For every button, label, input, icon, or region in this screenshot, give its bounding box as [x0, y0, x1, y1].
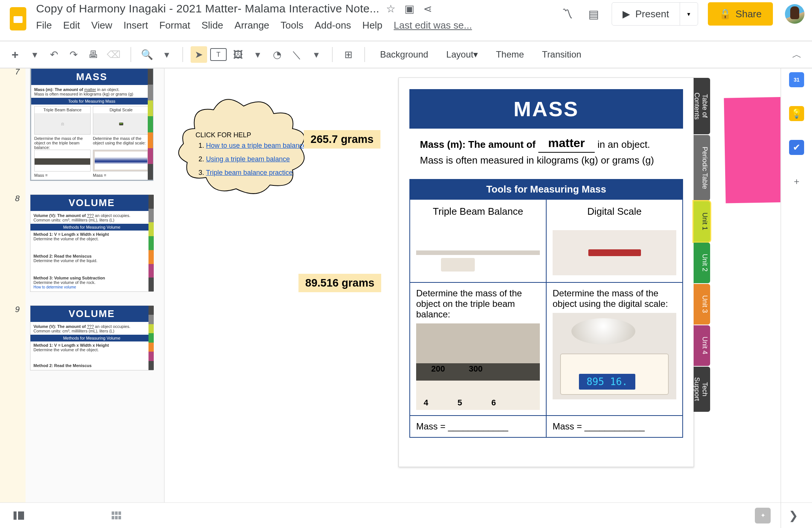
mass-b: Mass = ____________	[547, 415, 682, 437]
help-link-2[interactable]: Using a triple beam balance	[206, 155, 290, 163]
tab-periodic[interactable]: Periodic Table	[694, 135, 710, 200]
calendar-icon[interactable]	[789, 72, 804, 87]
star-icon[interactable]: ☆	[386, 3, 395, 15]
doc-title[interactable]: Copy of Harmony Inagaki - 2021 Matter- M…	[36, 2, 379, 15]
slide-number: 8	[15, 194, 20, 203]
help-header: CLICK FOR HELP	[195, 130, 306, 140]
svg-rect-1	[14, 16, 23, 23]
t: Methods for Measuring Volume	[30, 335, 153, 341]
tab-unit-4[interactable]: Unit 4	[694, 325, 710, 366]
svg-rect-6	[118, 511, 121, 515]
image-tool[interactable]: 🖼	[230, 46, 246, 63]
tasks-icon[interactable]: ✔	[789, 140, 804, 155]
thumb-tabs	[148, 195, 154, 291]
thumb-tabs	[148, 69, 153, 180]
t: Mass =	[93, 173, 149, 178]
line-dropdown[interactable]: ▾	[308, 46, 324, 63]
help-cloud[interactable]: CLICK FOR HELP How to use a triple beam …	[172, 95, 308, 200]
slide-thumb-7[interactable]: 7 MASS Mass (m): The amount of matter in…	[30, 68, 158, 181]
slide-thumb-8[interactable]: 8 VOLUME Volume (V): The amount of ??? a…	[30, 194, 158, 292]
help-link-3[interactable]: Triple beam balance practice	[206, 169, 292, 176]
tab-unit-3[interactable]: Unit 3	[694, 284, 710, 325]
layout-button[interactable]: Layout ▾	[439, 46, 485, 63]
t: Determine the volume of the liquid.	[33, 258, 150, 263]
help-link-1[interactable]: How to use a triple beam balance	[206, 142, 306, 149]
preview-definition: Mass (m): The amount of matter in an obj…	[399, 129, 694, 175]
explore-button[interactable]: ✦	[755, 508, 771, 523]
menu-view[interactable]: View	[91, 20, 112, 31]
menu-insert[interactable]: Insert	[124, 20, 148, 31]
transition-button[interactable]: Transition	[535, 46, 589, 63]
t: Mass (m): The amount of	[420, 139, 538, 150]
mass-a: Mass = ____________	[410, 415, 547, 437]
image-dropdown[interactable]: ▾	[249, 46, 266, 63]
zoom-dropdown[interactable]: ▾	[158, 46, 175, 63]
last-edit-link[interactable]: Last edit was se...	[394, 20, 472, 31]
t: Digital Scale	[93, 106, 149, 113]
background-button[interactable]: Background	[373, 46, 436, 63]
move-icon[interactable]: ▣	[404, 3, 414, 15]
keep-icon[interactable]: 💡	[789, 106, 804, 121]
select-tool[interactable]: ➤	[191, 46, 207, 63]
menu-help[interactable]: Help	[362, 20, 382, 31]
undo-button[interactable]: ↶	[46, 46, 62, 63]
account-avatar[interactable]	[785, 4, 804, 24]
present-icon: ▶	[623, 8, 630, 20]
tab-unit-2[interactable]: Unit 2	[694, 243, 710, 283]
add-addon-icon[interactable]: ＋	[789, 174, 804, 189]
redo-button[interactable]: ↷	[65, 46, 82, 63]
triple-beam-image	[416, 230, 540, 275]
zoom-button[interactable]: 🔍	[139, 46, 155, 63]
new-slide-dropdown[interactable]: ▾	[26, 46, 43, 63]
r: 200	[431, 364, 445, 374]
comments-icon[interactable]: ▤	[585, 6, 602, 22]
textbox-tool[interactable]: T	[210, 48, 227, 61]
slides-logo[interactable]	[7, 4, 29, 34]
activity-icon[interactable]: 〽	[559, 6, 576, 22]
menu-tools[interactable]: Tools	[280, 20, 303, 31]
tab-unit-1[interactable]: Unit 1	[694, 201, 710, 242]
t: Determine the mass of the object using t…	[93, 136, 146, 145]
collapse-toolbar-button[interactable]: ︿	[789, 46, 805, 63]
slide-preview[interactable]: MASS Mass (m): The amount of matter in a…	[398, 77, 694, 467]
present-dropdown[interactable]: ▾	[680, 3, 698, 25]
t: Common units: cm³, milliliters (mL), lit…	[33, 329, 150, 333]
menu-edit[interactable]: Edit	[63, 20, 80, 31]
t: an object occupies.	[95, 324, 130, 329]
tab-tech-support[interactable]: Tech Support	[694, 367, 710, 412]
cloud-status-icon[interactable]: ⋖	[423, 3, 432, 15]
present-label: Present	[635, 8, 669, 20]
toolbar: + ▾ ↶ ↷ 🖶 ⌫ 🔍 ▾ ➤ T 🖼 ▾ ◔ ＼ ▾ ⊞ Backgrou…	[0, 41, 812, 68]
filmstrip[interactable]: 7 MASS Mass (m): The amount of matter in…	[0, 68, 165, 502]
slide-canvas[interactable]: CLICK FOR HELP How to use a triple beam …	[165, 68, 812, 502]
tab-toc[interactable]: Table of Contents	[694, 78, 710, 134]
new-slide-button[interactable]: +	[7, 46, 23, 63]
menu-addons[interactable]: Add-ons	[315, 20, 351, 31]
digital-reading: 895 16.	[579, 374, 635, 390]
menu-file[interactable]: File	[36, 20, 52, 31]
filmstrip-view-button[interactable]	[11, 508, 26, 523]
answer-box-1[interactable]: 265.7 grams	[304, 130, 380, 149]
lock-icon: 🔒	[719, 8, 731, 20]
present-button[interactable]: ▶ Present	[612, 3, 680, 25]
comment-button[interactable]: ⊞	[340, 46, 357, 63]
line-tool[interactable]: ＼	[288, 46, 305, 63]
t: Mass is often measured in kilograms (kg)…	[34, 92, 149, 96]
menu-slide[interactable]: Slide	[201, 20, 223, 31]
separator	[332, 47, 333, 62]
t: Methods for Measuring Volume	[30, 224, 153, 231]
share-button[interactable]: 🔒 Share	[708, 2, 773, 26]
slide-thumb-9[interactable]: 9 VOLUME Volume (V): The amount of ??? a…	[30, 305, 158, 370]
theme-button[interactable]: Theme	[488, 46, 532, 63]
hide-side-panel-button[interactable]: ❯	[786, 508, 801, 523]
print-button[interactable]: 🖶	[85, 46, 102, 63]
digital-scale-reading-image: 895 16.	[553, 313, 676, 399]
grid-view-button[interactable]	[109, 508, 124, 523]
thumb-title: VOLUME	[30, 195, 153, 211]
paint-format-button[interactable]: ⌫	[105, 46, 123, 63]
preview-title: MASS	[409, 89, 683, 129]
answer-box-2[interactable]: 89.516 grams	[298, 274, 381, 292]
shape-tool[interactable]: ◔	[269, 46, 285, 63]
menu-arrange[interactable]: Arrange	[235, 20, 270, 31]
menu-format[interactable]: Format	[159, 20, 190, 31]
